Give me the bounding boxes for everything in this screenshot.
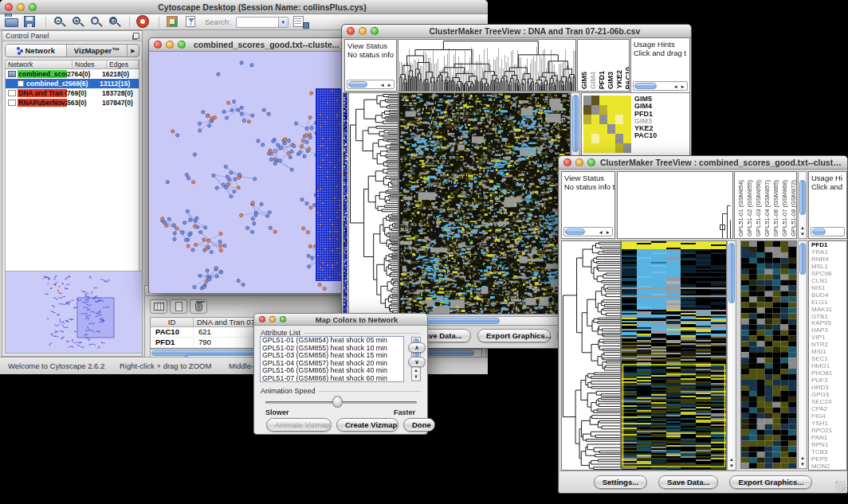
search-input[interactable]: ▼: [236, 17, 289, 28]
col-network[interactable]: Network: [6, 61, 73, 68]
row-dendrogram-canvas[interactable]: [349, 93, 398, 314]
scroll-down-icon[interactable]: ▼: [799, 461, 807, 467]
gene-label[interactable]: MON2: [811, 463, 846, 471]
column-label[interactable]: GPL51-03 (GSM856): [755, 180, 762, 236]
overview-strip-canvas[interactable]: [344, 93, 347, 314]
treeview1-column-dendrogram[interactable]: [398, 39, 576, 92]
search-dropdown-icon[interactable]: ▼: [278, 18, 288, 27]
scroll-right-icon[interactable]: ►: [387, 81, 392, 88]
col-nodes[interactable]: Nodes: [73, 61, 107, 68]
column-dendrogram-canvas[interactable]: [398, 40, 575, 91]
column-label[interactable]: PAC10: [624, 67, 630, 89]
scroll-left-icon[interactable]: ◄: [673, 83, 678, 90]
treeview2-zoom-scrollbar[interactable]: ▲ ▼: [798, 240, 807, 469]
treeview2-column-dendrogram[interactable]: [617, 171, 733, 239]
minimize-button[interactable]: [575, 158, 583, 166]
treeview2-vscrollbar[interactable]: ▲ ▼: [727, 240, 736, 471]
float-panel-icon[interactable]: [133, 33, 139, 39]
zoom-button[interactable]: [29, 3, 37, 11]
animation-speed-slider-thumb[interactable]: [332, 396, 343, 408]
zoom-selected-icon[interactable]: [108, 16, 122, 29]
dialog-titlebar[interactable]: Map Colors to Network: [254, 314, 427, 326]
settings-button[interactable]: Settings...: [594, 475, 647, 489]
treeview1-heatmap[interactable]: [398, 92, 571, 315]
treeview2-row-dendrogram[interactable]: [561, 240, 621, 471]
treeview2-collabel-scrollbar[interactable]: ▲ ▼: [798, 171, 807, 239]
view-status-scrollbar[interactable]: ◄►: [347, 80, 395, 89]
birdseye-view[interactable]: [5, 271, 143, 354]
heatmap-canvas[interactable]: [399, 93, 570, 314]
column-label[interactable]: GIM5: [580, 72, 588, 89]
column-label[interactable]: GIM4: [589, 72, 597, 89]
network-tree-row[interactable]: combined_scores 2764(0) 16218(0): [6, 69, 139, 79]
export-graphics-button[interactable]: Export Graphics...: [477, 329, 551, 342]
annotation-grid-icon[interactable]: [167, 16, 181, 28]
zoom-in-icon[interactable]: +: [72, 16, 85, 29]
usage-hints-scrollbar[interactable]: ◄►: [633, 81, 688, 91]
column-label[interactable]: GPL51-07 (GSM868): [781, 180, 788, 236]
minimize-button[interactable]: [166, 41, 174, 49]
column-label[interactable]: PFD1: [598, 71, 606, 89]
column-label[interactable]: GIM3: [607, 72, 614, 89]
scroll-left-icon[interactable]: ◄: [380, 81, 385, 88]
treeview1-overview-strip[interactable]: [343, 92, 348, 315]
tab-network[interactable]: Network: [6, 45, 67, 57]
save-session-icon[interactable]: [24, 16, 38, 28]
column-label[interactable]: GPL51-01 (GSM854): [737, 180, 744, 236]
zoomed-heatmap-canvas[interactable]: [741, 241, 796, 468]
minimize-button[interactable]: [269, 316, 276, 322]
delete-attribute-button[interactable]: [190, 299, 207, 314]
row-dendrogram-canvas[interactable]: [562, 241, 620, 470]
filter-doc-icon[interactable]: [186, 16, 200, 28]
zoom-button[interactable]: [280, 316, 286, 322]
zoom-button[interactable]: [371, 27, 379, 35]
treeview2-heatmap[interactable]: [621, 240, 727, 471]
scroll-left-icon[interactable]: ◄: [599, 229, 603, 236]
column-label[interactable]: GPL51-02 (GSM855): [746, 180, 753, 236]
column-dendrogram-canvas[interactable]: [618, 172, 732, 238]
col-edges[interactable]: Edges: [107, 61, 139, 68]
zoom-fit-icon[interactable]: [90, 16, 104, 29]
treeview2-zoomed-heatmap[interactable]: [740, 240, 797, 469]
network-tree-row[interactable]: RNAPuberNov2+ 563(0) 107847(0): [6, 98, 139, 107]
treeview2-titlebar[interactable]: ClusterMaker TreeView : combined_scores_…: [559, 156, 847, 170]
network-tree-row[interactable]: combined_sco 2569(6) 13112(15): [6, 79, 139, 88]
view-status-scrollbar[interactable]: ◄►: [563, 227, 613, 236]
attribute-list[interactable]: GPL51-01 (GSM854) heat shock 05 minGPL51…: [260, 336, 404, 382]
select-attributes-button[interactable]: [150, 299, 167, 314]
create-vizmap-button[interactable]: Create Vizmap: [336, 418, 398, 432]
move-up-button[interactable]: ∧: [408, 342, 426, 353]
animate-vizmap-button[interactable]: Animate Vizmap: [266, 418, 332, 432]
tab-vizmapper[interactable]: VizMapper™: [67, 45, 128, 57]
scroll-up-icon[interactable]: ▲: [799, 455, 807, 461]
help-lifering-icon[interactable]: [137, 16, 151, 28]
attribute-list-item[interactable]: GPL51-07 (GSM868) heat shock 60 min: [262, 375, 403, 382]
done-button[interactable]: Done: [403, 418, 435, 432]
scroll-up-icon[interactable]: ▲: [728, 456, 736, 463]
close-button[interactable]: [347, 27, 355, 35]
close-button[interactable]: [563, 158, 571, 166]
scroll-up-icon[interactable]: ▲: [799, 225, 807, 231]
scroll-right-icon[interactable]: ►: [606, 229, 610, 236]
col-id[interactable]: ID: [151, 318, 194, 326]
heatmap-canvas[interactable]: [622, 241, 726, 470]
column-label[interactable]: YKE2: [615, 70, 623, 89]
network-tree-row[interactable]: DNA and Tran 07 769(0) 183728(0): [6, 88, 139, 98]
row-label[interactable]: PAC10: [634, 132, 657, 139]
zoom-button[interactable]: [587, 158, 595, 166]
export-graphics-button[interactable]: Export Graphics...: [729, 475, 812, 489]
zoom-button[interactable]: [178, 41, 186, 49]
search-config-icon[interactable]: [293, 16, 308, 28]
move-down-button[interactable]: ∨: [408, 357, 426, 367]
birdseye-canvas[interactable]: [6, 272, 142, 353]
open-session-icon[interactable]: [5, 16, 19, 28]
usage-hints-scrollbar[interactable]: [811, 227, 845, 236]
main-titlebar[interactable]: Cytoscape Desktop (Session Name: collins…: [0, 0, 488, 14]
scroll-down-icon[interactable]: ▼: [412, 373, 420, 380]
minimize-button[interactable]: [359, 27, 367, 35]
treeview1-row-dendrogram[interactable]: [348, 92, 398, 315]
minimize-button[interactable]: [17, 3, 25, 11]
close-button[interactable]: [259, 316, 265, 322]
scroll-down-icon[interactable]: ▼: [799, 231, 807, 237]
scroll-up-icon[interactable]: ▲: [412, 367, 420, 373]
